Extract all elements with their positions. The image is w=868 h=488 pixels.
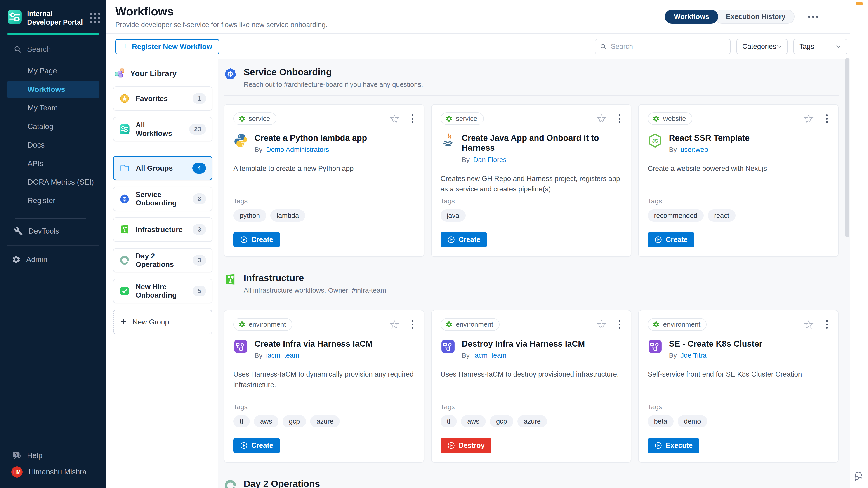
card-title: Create a Python lambda app: [254, 133, 367, 143]
sidebar-item-devtools[interactable]: DevTools: [0, 223, 106, 239]
destroy-button[interactable]: Destroy: [440, 438, 491, 453]
library-item-favorites[interactable]: Favorites 1: [113, 86, 213, 111]
sidebar-item-workflows[interactable]: Workflows: [7, 80, 99, 98]
card-grid: environment ☆ Create Infra via Harness I…: [224, 310, 839, 463]
category-badge: website: [648, 112, 692, 125]
svg-text:?: ?: [15, 452, 18, 457]
card-grid: service ☆ Create a Python lambda app By …: [224, 104, 839, 257]
tags-row: recommendedreact: [648, 209, 829, 222]
tag-pill-recommended: recommended: [648, 209, 704, 222]
create-button[interactable]: Create: [233, 438, 280, 453]
favorite-star-icon[interactable]: ☆: [596, 113, 607, 124]
sidebar-item-my-page[interactable]: My Page: [7, 62, 99, 80]
play-circle-icon: [654, 442, 662, 449]
library-item-label: Service Onboarding: [135, 191, 187, 207]
tag-pill-lambda: lambda: [270, 209, 305, 222]
library-item-new-hire-onboarding[interactable]: New Hire Onboarding 5: [113, 279, 213, 303]
library-item-all-workflows[interactable]: All Workflows 23: [113, 117, 213, 141]
library-item-infrastructure[interactable]: Infrastructure 3: [113, 217, 213, 242]
by-label: By: [462, 352, 470, 359]
favorite-star-icon[interactable]: ☆: [389, 113, 400, 124]
card-menu-icon[interactable]: [617, 319, 622, 330]
scrollbar-thumb[interactable]: [845, 58, 849, 237]
svg-text:JS: JS: [652, 138, 658, 144]
library-item-count: 3: [193, 193, 206, 204]
author-link[interactable]: Joe Titra: [680, 352, 706, 359]
new-group-button[interactable]: + New Group: [113, 310, 213, 334]
tag-pill-demo: demo: [678, 415, 707, 427]
card-action-label: Create: [666, 236, 688, 244]
main-area: Workflows Provide developer self-service…: [106, 0, 850, 488]
sidebar-item-catalog[interactable]: Catalog: [7, 118, 99, 135]
card-create-infra-via-harness-iacm: environment ☆ Create Infra via Harness I…: [224, 310, 424, 463]
tags-label: Tags: [440, 197, 622, 205]
card-destroy-infra-via-harness-iacm: environment ☆ Destroy Infra via Harness …: [431, 310, 631, 463]
sidebar-item-docs[interactable]: Docs: [7, 136, 99, 154]
workflow-search: [595, 39, 731, 54]
library-item-all-groups[interactable]: All Groups 4: [113, 156, 213, 180]
library-item-count: 5: [193, 286, 206, 296]
portal-logo-icon: [7, 9, 22, 24]
library-item-day-2-operations[interactable]: Day 2 Operations 3: [113, 248, 213, 272]
author-link[interactable]: iacm_team: [266, 352, 299, 359]
library-item-label: All Workflows: [135, 121, 183, 138]
tags-label: Tags: [440, 403, 622, 411]
favorite-star-icon[interactable]: ☆: [803, 113, 814, 124]
section-service-onboarding: Service Onboarding Reach out to #archite…: [224, 67, 839, 257]
execute-button[interactable]: Execute: [648, 438, 700, 453]
author-link[interactable]: Dan Flores: [473, 156, 506, 164]
create-button[interactable]: Create: [233, 232, 280, 248]
sidebar-item-my-team[interactable]: My Team: [7, 99, 99, 117]
sidebar-nav: My Page Workflows My Team Catalog Docs A…: [0, 62, 106, 210]
library-item-service-onboarding[interactable]: Service Onboarding 3: [113, 187, 213, 211]
tab-execution-history[interactable]: Execution History: [715, 10, 795, 24]
favorite-star-icon[interactable]: ☆: [596, 319, 607, 330]
category-label: service: [249, 115, 270, 123]
author-link[interactable]: iacm_team: [473, 352, 506, 359]
tag-pill-python: python: [233, 209, 266, 222]
favorite-star-icon[interactable]: ☆: [803, 319, 814, 330]
search-input[interactable]: [610, 42, 725, 51]
tab-workflows[interactable]: Workflows: [665, 10, 718, 24]
feedback-chat-icon[interactable]: [854, 470, 865, 481]
nodejs-icon: JS: [648, 133, 662, 153]
view-tabs: Workflows Execution History: [665, 10, 795, 24]
sidebar-item-dora-metrics-sei[interactable]: DORA Metrics (SEI): [7, 173, 99, 191]
card-menu-icon[interactable]: [825, 319, 829, 330]
card-action-label: Create: [251, 442, 273, 450]
card-menu-icon[interactable]: [410, 319, 415, 330]
tag-pill-azure: azure: [518, 415, 547, 427]
sidebar-item-apis[interactable]: APIs: [7, 155, 99, 172]
play-circle-icon: [654, 236, 662, 243]
create-button[interactable]: Create: [648, 232, 694, 248]
sidebar-search[interactable]: Search: [0, 35, 106, 54]
sidebar-item-register[interactable]: Register: [7, 192, 99, 209]
category-badge: service: [440, 112, 484, 125]
author-link[interactable]: user:web: [680, 146, 708, 153]
sidebar-item-admin[interactable]: Admin: [0, 252, 106, 267]
kubernetes-icon: [119, 194, 130, 204]
card-title: React SSR Template: [669, 133, 749, 143]
user-menu[interactable]: HM Himanshu Mishra: [0, 466, 106, 478]
card-menu-icon[interactable]: [617, 113, 622, 124]
categories-dropdown[interactable]: Categories: [737, 39, 787, 54]
chevron-down-icon: [776, 43, 782, 50]
create-button[interactable]: Create: [440, 232, 487, 248]
header-more-icon[interactable]: [806, 13, 820, 20]
card-description: Uses Harness-IaCM to destroy provisioned…: [440, 369, 622, 380]
app-grid-icon[interactable]: [90, 13, 100, 23]
sidebar-item-help[interactable]: ? Help: [0, 451, 106, 460]
library-panel: Your Library Favorites 1 All Workflows 2…: [106, 59, 218, 488]
card-action-label: Create: [459, 236, 480, 244]
favorite-star-icon[interactable]: ☆: [389, 319, 400, 330]
author-link[interactable]: Demo Administrators: [266, 146, 329, 153]
tags-dropdown[interactable]: Tags: [794, 39, 847, 54]
tags-filter-label: Tags: [799, 42, 814, 51]
plus-icon: +: [121, 316, 127, 326]
tag-pill-java: java: [440, 209, 466, 222]
tags-label: Tags: [648, 403, 829, 411]
card-menu-icon[interactable]: [410, 113, 415, 124]
card-menu-icon[interactable]: [825, 113, 829, 124]
register-new-workflow-button[interactable]: + Register New Workflow: [115, 39, 219, 55]
section-title: Day 2 Operations: [244, 479, 320, 488]
